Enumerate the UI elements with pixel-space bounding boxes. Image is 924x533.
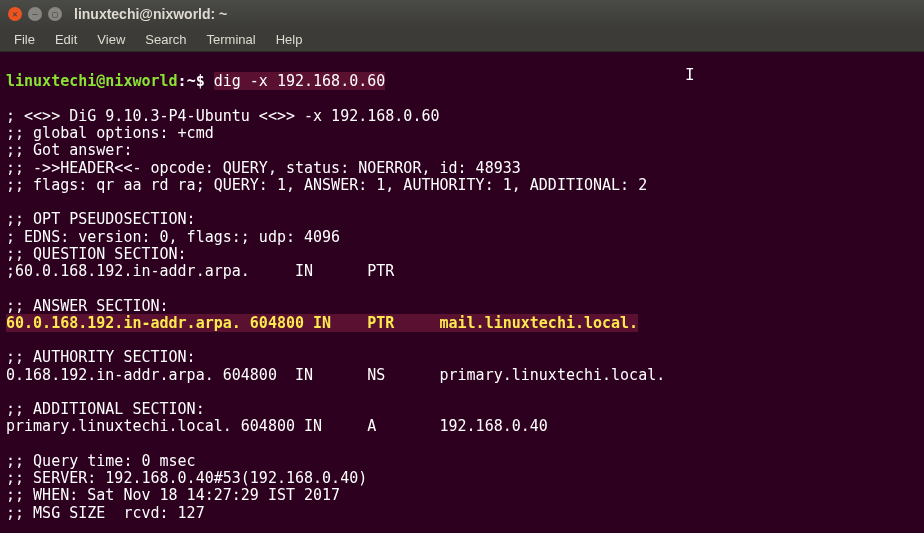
menu-file[interactable]: File (6, 30, 43, 49)
out-line: ;; AUTHORITY SECTION: (6, 348, 196, 366)
out-line: ;; WHEN: Sat Nov 18 14:27:29 IST 2017 (6, 486, 340, 504)
out-line: ; <<>> DiG 9.10.3-P4-Ubuntu <<>> -x 192.… (6, 107, 439, 125)
prompt-cwd: ~ (187, 72, 196, 90)
prompt-sep1: : (178, 72, 187, 90)
out-line: ;; ->>HEADER<<- opcode: QUERY, status: N… (6, 159, 521, 177)
menu-edit[interactable]: Edit (47, 30, 85, 49)
out-line: ;; global options: +cmd (6, 124, 214, 142)
out-line: ;; MSG SIZE rcvd: 127 (6, 504, 205, 522)
menu-view[interactable]: View (89, 30, 133, 49)
out-line: ;; Query time: 0 msec (6, 452, 196, 470)
out-line: ;; SERVER: 192.168.0.40#53(192.168.0.40) (6, 469, 367, 487)
menu-search[interactable]: Search (137, 30, 194, 49)
prompt-user-host: linuxtechi@nixworld (6, 72, 178, 90)
window-title: linuxtechi@nixworld: ~ (74, 6, 227, 22)
out-line: ;; OPT PSEUDOSECTION: (6, 210, 196, 228)
out-line: 0.168.192.in-addr.arpa. 604800 IN NS pri… (6, 366, 665, 384)
out-line: ;; ANSWER SECTION: (6, 297, 169, 315)
maximize-icon[interactable]: ▢ (48, 7, 62, 21)
out-line: ;; QUESTION SECTION: (6, 245, 187, 263)
command-text: dig -x 192.168.0.60 (214, 72, 386, 90)
out-line: ;; Got answer: (6, 141, 132, 159)
answer-line: 60.0.168.192.in-addr.arpa. 604800 IN PTR… (6, 314, 638, 332)
out-line: ;; flags: qr aa rd ra; QUERY: 1, ANSWER:… (6, 176, 647, 194)
terminal-output[interactable]: linuxtechi@nixworld:~$ dig -x 192.168.0.… (0, 52, 924, 533)
titlebar: ✕ – ▢ linuxtechi@nixworld: ~ (0, 0, 924, 28)
minimize-icon[interactable]: – (28, 7, 42, 21)
out-line: ;; ADDITIONAL SECTION: (6, 400, 205, 418)
menu-terminal[interactable]: Terminal (199, 30, 264, 49)
out-line: ; EDNS: version: 0, flags:; udp: 4096 (6, 228, 340, 246)
out-line: primary.linuxtechi.local. 604800 IN A 19… (6, 417, 548, 435)
menubar: File Edit View Search Terminal Help (0, 28, 924, 52)
prompt-sep2: $ (196, 72, 205, 90)
menu-help[interactable]: Help (268, 30, 311, 49)
close-icon[interactable]: ✕ (8, 7, 22, 21)
out-line: ;60.0.168.192.in-addr.arpa. IN PTR (6, 262, 394, 280)
window-controls: ✕ – ▢ (8, 7, 62, 21)
text-cursor-icon: I (685, 65, 695, 84)
